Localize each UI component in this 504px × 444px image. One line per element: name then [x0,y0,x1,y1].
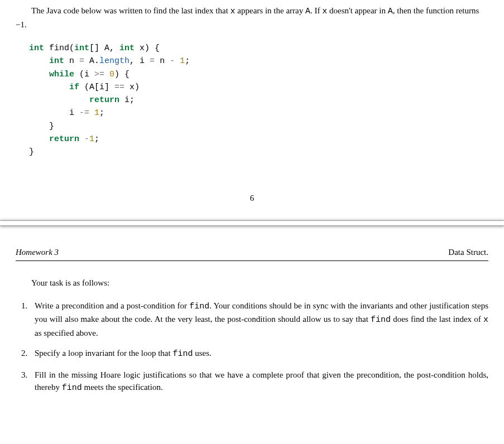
code-block: int find(int[] A, int x) { int n = A.len… [16,31,488,164]
kw-int-4: int [49,56,64,66]
op-minus-1: - [170,56,175,66]
intro-A-1: A [305,7,310,16]
code-sp2 [104,70,109,79]
code-l5b: i; [119,95,135,105]
t1-p1: Write a precondition and a post-conditio… [35,301,189,310]
code-param-x: x) { [135,44,160,53]
kw-int-3: int [119,44,135,53]
task-item-2: Specify a loop invariant for the loop th… [21,347,488,361]
kw-while: while [49,70,74,79]
header-right: Data Struct. [448,246,488,259]
page-header: Homework 3 Data Struct. [16,246,488,262]
num-1b: 1 [94,108,99,118]
t2-find: find [172,349,193,359]
code-l5a [29,95,89,105]
code-l7: } [29,122,54,131]
code-l3c: ) { [114,70,129,79]
intro-A-2: A [388,7,393,16]
kw-return-2: return [49,134,79,144]
task-item-1: Write a precondition and a post-conditio… [21,300,488,340]
code-l2a [29,56,49,66]
code-sp1 [175,56,180,66]
kw-if: if [69,83,79,92]
kw-return-1: return [89,95,119,105]
intro-text-3: . If [310,6,322,15]
code-l8a [29,134,49,144]
task-intro: Your task is as follows: [16,277,488,289]
code-l6a: i [29,108,79,118]
code-semi1: ; [185,56,190,66]
attr-length: length [99,56,129,66]
intro-x-2: x [322,7,327,16]
op-eq-1: = [79,56,84,66]
num-1: 1 [180,56,185,66]
kw-int-2: int [74,44,89,53]
t1-p3: does find the last index of [391,315,483,324]
op-ge: >= [94,70,104,79]
intro-text-1: The Java code below was written to find … [31,6,231,15]
t1-x: x [483,315,488,325]
code-l4b: (A[i] [79,83,114,92]
intro-text-5: , then the function returns [393,6,479,15]
t1-find-2: find [371,315,391,325]
intro-neg1: −1 [16,20,25,29]
t3-find: find [62,383,82,393]
page-break [0,220,504,226]
code-fn-name: find( [44,44,74,53]
intro-paragraph: The Java code below was written to find … [16,0,488,31]
op-neg: - [84,134,89,144]
intro-x-1: x [231,7,236,16]
t3-p2: meets the specification. [82,383,163,392]
task-item-3: Fill in the missing Hoare logic justific… [21,369,488,395]
page-number: 6 [16,164,488,216]
op-me: -= [79,108,89,118]
code-l4c: x) [124,83,140,92]
num-1c: 1 [89,134,94,144]
intro-text-2: appears in the array [236,6,305,15]
header-left: Homework 3 [16,246,59,259]
code-l2d: , i [129,56,150,66]
num-0: 0 [109,70,114,79]
intro-text-6: . [25,20,27,29]
op-eq-2: = [150,56,155,66]
code-l4a [29,83,69,92]
task-list: Write a precondition and a post-conditio… [16,300,488,395]
code-l9: } [29,147,34,157]
kw-int-1: int [29,44,44,53]
t1-p4: as specified above. [35,329,98,337]
code-l2c: A. [84,56,99,66]
t2-p2: uses. [193,349,211,358]
t2-p1: Specify a loop invariant for the loop th… [35,349,172,358]
code-l3a [29,70,49,79]
code-sp3 [89,108,94,118]
code-semi3: ; [94,134,99,144]
intro-text-4: doesn't appear in [327,6,388,15]
code-sp4 [79,134,84,144]
code-param-arr: [] A, [89,44,119,53]
code-semi2: ; [99,108,104,118]
code-l3b: (i [74,70,94,79]
t1-find-1: find [189,302,209,311]
op-eqeq: == [114,83,124,92]
code-l2b: n [64,56,79,66]
code-l2e: n [155,56,170,66]
